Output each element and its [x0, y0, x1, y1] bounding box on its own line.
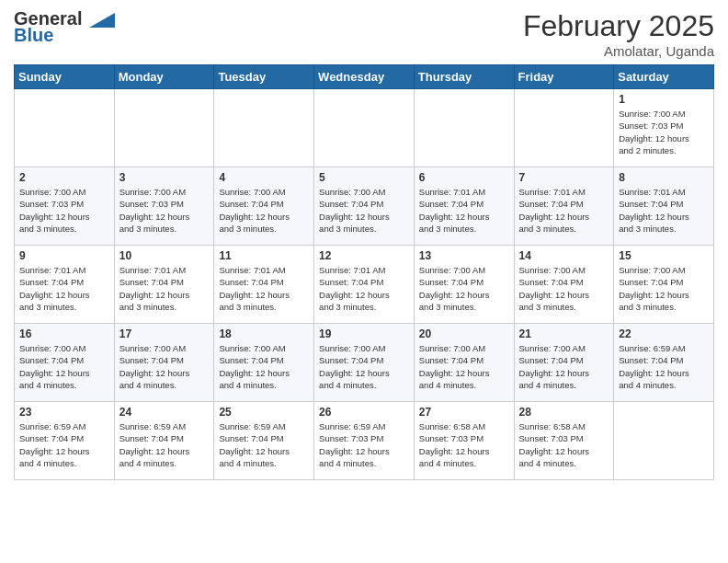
day-number: 12 — [319, 249, 409, 262]
calendar-cell-2-6: 15Sunrise: 7:00 AM Sunset: 7:04 PM Dayli… — [614, 246, 714, 324]
week-row-3: 16Sunrise: 7:00 AM Sunset: 7:04 PM Dayli… — [15, 324, 714, 402]
day-number: 18 — [219, 327, 309, 340]
day-info: Sunrise: 6:59 AM Sunset: 7:04 PM Dayligh… — [119, 420, 210, 469]
day-number: 24 — [119, 406, 210, 419]
day-info: Sunrise: 7:00 AM Sunset: 7:04 PM Dayligh… — [419, 264, 509, 313]
day-number: 26 — [319, 406, 409, 419]
day-number: 20 — [419, 327, 509, 340]
day-info: Sunrise: 7:00 AM Sunset: 7:04 PM Dayligh… — [419, 342, 509, 391]
logo-icon — [89, 13, 115, 28]
day-number: 1 — [619, 93, 709, 106]
day-info: Sunrise: 7:01 AM Sunset: 7:04 PM Dayligh… — [119, 264, 210, 313]
day-info: Sunrise: 7:00 AM Sunset: 7:04 PM Dayligh… — [19, 342, 109, 391]
calendar-cell-0-5 — [514, 89, 614, 167]
day-info: Sunrise: 7:00 AM Sunset: 7:03 PM Dayligh… — [19, 186, 109, 235]
day-info: Sunrise: 7:00 AM Sunset: 7:04 PM Dayligh… — [219, 342, 309, 391]
calendar-cell-1-4: 6Sunrise: 7:01 AM Sunset: 7:04 PM Daylig… — [414, 167, 514, 246]
calendar-cell-1-1: 3Sunrise: 7:00 AM Sunset: 7:03 PM Daylig… — [114, 167, 214, 246]
day-number: 16 — [19, 327, 109, 340]
day-number: 17 — [119, 327, 210, 340]
day-number: 27 — [419, 406, 509, 419]
calendar-cell-0-6: 1Sunrise: 7:00 AM Sunset: 7:03 PM Daylig… — [614, 89, 714, 167]
day-number: 8 — [619, 171, 709, 184]
day-info: Sunrise: 7:00 AM Sunset: 7:04 PM Dayligh… — [519, 264, 609, 313]
day-info: Sunrise: 7:00 AM Sunset: 7:04 PM Dayligh… — [219, 186, 309, 235]
calendar-cell-2-1: 10Sunrise: 7:01 AM Sunset: 7:04 PM Dayli… — [114, 246, 214, 324]
calendar-cell-1-2: 4Sunrise: 7:00 AM Sunset: 7:04 PM Daylig… — [214, 167, 314, 246]
day-number: 22 — [619, 327, 709, 340]
header-saturday: Saturday — [614, 65, 714, 89]
day-info: Sunrise: 7:01 AM Sunset: 7:04 PM Dayligh… — [619, 186, 709, 235]
calendar-cell-0-0 — [15, 89, 115, 167]
day-info: Sunrise: 7:00 AM Sunset: 7:04 PM Dayligh… — [319, 342, 409, 391]
day-info: Sunrise: 7:01 AM Sunset: 7:04 PM Dayligh… — [19, 264, 109, 313]
week-row-4: 23Sunrise: 6:59 AM Sunset: 7:04 PM Dayli… — [15, 402, 714, 480]
day-number: 15 — [619, 249, 709, 262]
logo: General Blue — [14, 9, 115, 44]
title-area: February 2025 Amolatar, Uganda — [523, 9, 714, 59]
day-info: Sunrise: 6:58 AM Sunset: 7:03 PM Dayligh… — [519, 420, 609, 469]
header-wednesday: Wednesday — [314, 65, 415, 89]
day-info: Sunrise: 7:00 AM Sunset: 7:04 PM Dayligh… — [619, 264, 709, 313]
day-number: 28 — [519, 406, 609, 419]
week-row-2: 9Sunrise: 7:01 AM Sunset: 7:04 PM Daylig… — [15, 246, 714, 324]
day-number: 13 — [419, 249, 509, 262]
svg-marker-0 — [89, 13, 115, 28]
day-number: 11 — [219, 249, 309, 262]
calendar-cell-4-0: 23Sunrise: 6:59 AM Sunset: 7:04 PM Dayli… — [15, 402, 115, 480]
calendar-cell-1-5: 7Sunrise: 7:01 AM Sunset: 7:04 PM Daylig… — [514, 167, 614, 246]
day-number: 3 — [119, 171, 210, 184]
day-info: Sunrise: 7:00 AM Sunset: 7:04 PM Dayligh… — [519, 342, 609, 391]
day-number: 19 — [319, 327, 409, 340]
location: Amolatar, Uganda — [523, 43, 714, 59]
calendar-cell-3-3: 19Sunrise: 7:00 AM Sunset: 7:04 PM Dayli… — [314, 324, 415, 402]
day-info: Sunrise: 7:01 AM Sunset: 7:04 PM Dayligh… — [519, 186, 609, 235]
calendar-cell-3-0: 16Sunrise: 7:00 AM Sunset: 7:04 PM Dayli… — [15, 324, 115, 402]
day-number: 21 — [519, 327, 609, 340]
week-row-1: 2Sunrise: 7:00 AM Sunset: 7:03 PM Daylig… — [15, 167, 714, 246]
calendar-cell-1-6: 8Sunrise: 7:01 AM Sunset: 7:04 PM Daylig… — [614, 167, 714, 246]
calendar-cell-2-4: 13Sunrise: 7:00 AM Sunset: 7:04 PM Dayli… — [414, 246, 514, 324]
header-monday: Monday — [114, 65, 214, 89]
day-number: 2 — [19, 171, 109, 184]
day-info: Sunrise: 7:00 AM Sunset: 7:03 PM Dayligh… — [119, 186, 210, 235]
week-row-0: 1Sunrise: 7:00 AM Sunset: 7:03 PM Daylig… — [15, 89, 714, 167]
month-title: February 2025 — [523, 9, 714, 43]
page: General Blue February 2025 Amolatar, Uga… — [0, 0, 728, 494]
header-sunday: Sunday — [15, 65, 115, 89]
day-info: Sunrise: 6:59 AM Sunset: 7:04 PM Dayligh… — [219, 420, 309, 469]
day-number: 6 — [419, 171, 509, 184]
day-number: 4 — [219, 171, 309, 184]
calendar-cell-3-6: 22Sunrise: 6:59 AM Sunset: 7:04 PM Dayli… — [614, 324, 714, 402]
calendar-cell-4-2: 25Sunrise: 6:59 AM Sunset: 7:04 PM Dayli… — [214, 402, 314, 480]
day-info: Sunrise: 7:00 AM Sunset: 7:03 PM Dayligh… — [619, 108, 709, 156]
calendar-cell-2-0: 9Sunrise: 7:01 AM Sunset: 7:04 PM Daylig… — [15, 246, 115, 324]
day-number: 5 — [319, 171, 409, 184]
calendar-cell-0-3 — [314, 89, 415, 167]
day-number: 23 — [19, 406, 109, 419]
logo-blue-text: Blue — [14, 26, 53, 44]
calendar-cell-3-4: 20Sunrise: 7:00 AM Sunset: 7:04 PM Dayli… — [414, 324, 514, 402]
calendar-cell-2-2: 11Sunrise: 7:01 AM Sunset: 7:04 PM Dayli… — [214, 246, 314, 324]
calendar-cell-3-1: 17Sunrise: 7:00 AM Sunset: 7:04 PM Dayli… — [114, 324, 214, 402]
day-number: 9 — [19, 249, 109, 262]
day-number: 14 — [519, 249, 609, 262]
calendar-cell-2-3: 12Sunrise: 7:01 AM Sunset: 7:04 PM Dayli… — [314, 246, 415, 324]
day-info: Sunrise: 7:00 AM Sunset: 7:04 PM Dayligh… — [119, 342, 210, 391]
day-info: Sunrise: 7:00 AM Sunset: 7:04 PM Dayligh… — [319, 186, 409, 235]
day-info: Sunrise: 6:59 AM Sunset: 7:04 PM Dayligh… — [619, 342, 709, 391]
header: General Blue February 2025 Amolatar, Uga… — [14, 9, 714, 59]
calendar-cell-0-1 — [114, 89, 214, 167]
day-info: Sunrise: 7:01 AM Sunset: 7:04 PM Dayligh… — [419, 186, 509, 235]
header-thursday: Thursday — [414, 65, 514, 89]
day-number: 7 — [519, 171, 609, 184]
calendar-cell-4-1: 24Sunrise: 6:59 AM Sunset: 7:04 PM Dayli… — [114, 402, 214, 480]
calendar-cell-1-3: 5Sunrise: 7:00 AM Sunset: 7:04 PM Daylig… — [314, 167, 415, 246]
header-friday: Friday — [514, 65, 614, 89]
day-info: Sunrise: 6:58 AM Sunset: 7:03 PM Dayligh… — [419, 420, 509, 469]
calendar-cell-2-5: 14Sunrise: 7:00 AM Sunset: 7:04 PM Dayli… — [514, 246, 614, 324]
calendar-cell-0-2 — [214, 89, 314, 167]
calendar: Sunday Monday Tuesday Wednesday Thursday… — [14, 64, 714, 480]
calendar-cell-4-3: 26Sunrise: 6:59 AM Sunset: 7:03 PM Dayli… — [314, 402, 415, 480]
day-info: Sunrise: 6:59 AM Sunset: 7:04 PM Dayligh… — [19, 420, 109, 469]
